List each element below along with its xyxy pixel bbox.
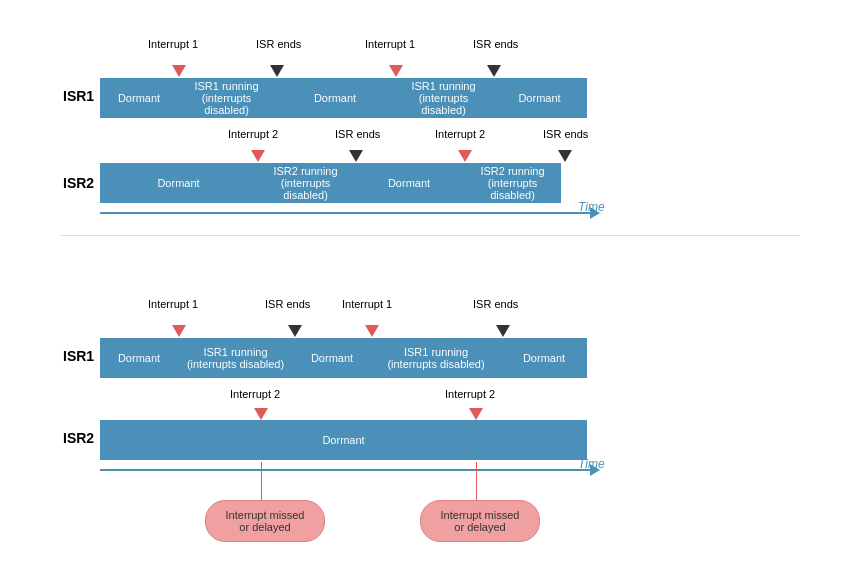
- bot-isr-ends-arrow2: [496, 325, 510, 337]
- bot-isr2-bar-dormant: Dormant: [100, 420, 587, 460]
- bot-int2-label1: Interrupt 2: [230, 388, 280, 400]
- bot-isr1-bar-dormant3: Dormant: [501, 338, 587, 378]
- top-isr1-label: ISR1: [63, 88, 94, 104]
- top-isr-ends-arrow1: [270, 65, 284, 77]
- divider: [60, 235, 800, 236]
- bot-isr1-bar-running2: ISR1 running(interrupts disabled): [371, 338, 501, 378]
- top-int1-label2: Interrupt 1: [365, 38, 415, 50]
- top-isr2-bar-running2: ISR2 running(interruptsdisabled): [464, 163, 561, 203]
- bot-isr1-bar-dormant2: Dormant: [293, 338, 371, 378]
- top-time-label: Time: [578, 200, 605, 214]
- bot-isr-ends-label2: ISR ends: [473, 298, 518, 310]
- bot-int1-arrow2: [365, 325, 379, 337]
- top-int1-arrow2: [389, 65, 403, 77]
- top-int1-arrow1: [172, 65, 186, 77]
- top-isr-ends-label2: ISR ends: [473, 38, 518, 50]
- top-isr2-ends-label1: ISR ends: [335, 128, 380, 140]
- diagram: ISR1 Dormant ISR1 running(interruptsdisa…: [0, 0, 864, 571]
- bot-isr1-bar-dormant1: Dormant: [100, 338, 178, 378]
- bot-timeline-line: [100, 469, 590, 471]
- bot-int2-arrow2: [469, 408, 483, 420]
- bot-int1-arrow1: [172, 325, 186, 337]
- top-isr2-ends-label2: ISR ends: [543, 128, 588, 140]
- bot-isr-ends-arrow1: [288, 325, 302, 337]
- bot-timeline: [100, 464, 600, 476]
- top-isr2-label: ISR2: [63, 175, 94, 191]
- top-isr2-ends-arrow1: [349, 150, 363, 162]
- top-int2-label2: Interrupt 2: [435, 128, 485, 140]
- bot-isr2-label: ISR2: [63, 430, 94, 446]
- top-timeline-line: [100, 212, 590, 214]
- missed-line1: [261, 462, 262, 502]
- top-isr2-bar-running1: ISR2 running(interruptsdisabled): [257, 163, 354, 203]
- top-int2-arrow1: [251, 150, 265, 162]
- bot-isr1-bar-running1: ISR1 running(interrupts disabled): [178, 338, 293, 378]
- top-isr1-bar-running1: ISR1 running(interruptsdisabled): [178, 78, 275, 118]
- top-isr-ends-label1: ISR ends: [256, 38, 301, 50]
- bot-time-label: Time: [578, 457, 605, 471]
- top-isr2-bar-dormant2: Dormant: [354, 163, 464, 203]
- top-int1-label1: Interrupt 1: [148, 38, 198, 50]
- top-isr2-bar-dormant1: Dormant: [100, 163, 257, 203]
- top-int2-label1: Interrupt 2: [228, 128, 278, 140]
- top-isr2-ends-arrow2: [558, 150, 572, 162]
- bot-int1-label1: Interrupt 1: [148, 298, 198, 310]
- missed-line2: [476, 462, 477, 502]
- missed-bubble2: Interrupt missed or delayed: [420, 500, 540, 542]
- bot-isr1-label: ISR1: [63, 348, 94, 364]
- bot-int2-label2: Interrupt 2: [445, 388, 495, 400]
- top-isr1-bar-dormant3: Dormant: [492, 78, 587, 118]
- top-isr1-bar-running2: ISR1 running(interruptsdisabled): [395, 78, 492, 118]
- bot-int2-arrow1: [254, 408, 268, 420]
- bot-isr-ends-label1: ISR ends: [265, 298, 310, 310]
- bot-int1-label2: Interrupt 1: [342, 298, 392, 310]
- top-isr-ends-arrow2: [487, 65, 501, 77]
- missed-bubble1: Interrupt missed or delayed: [205, 500, 325, 542]
- top-isr1-bar-dormant2: Dormant: [275, 78, 395, 118]
- top-isr1-bar-dormant1: Dormant: [100, 78, 178, 118]
- top-timeline: [100, 207, 600, 219]
- top-int2-arrow2: [458, 150, 472, 162]
